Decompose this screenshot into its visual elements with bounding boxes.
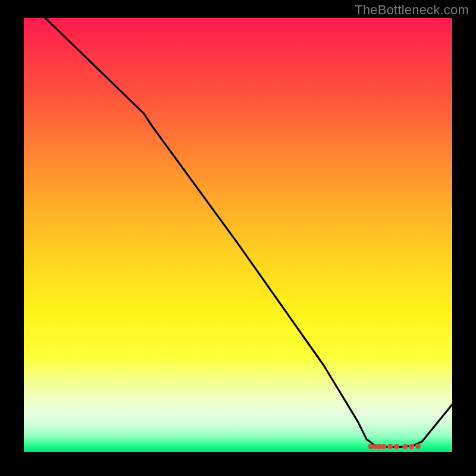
bottom-marker <box>402 444 408 449</box>
curve-line <box>45 18 452 447</box>
plot-area <box>24 18 452 452</box>
bottom-marker <box>387 444 393 449</box>
curve-svg <box>24 18 452 452</box>
bottom-marker <box>394 444 399 449</box>
chart-frame: TheBottleneck.com <box>0 0 476 476</box>
watermark-text: TheBottleneck.com <box>355 2 469 18</box>
bottom-markers <box>368 443 421 449</box>
bottom-marker <box>415 443 421 449</box>
bottom-marker <box>381 444 386 449</box>
bottom-marker <box>409 444 414 449</box>
